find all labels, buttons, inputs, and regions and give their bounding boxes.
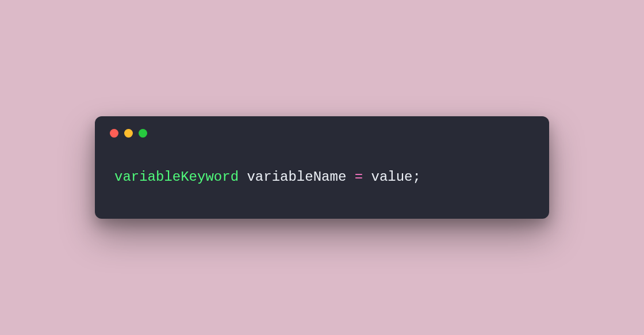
code-window: variableKeyword variableName = value; bbox=[95, 116, 549, 218]
window-titlebar bbox=[95, 116, 549, 141]
code-operator: = bbox=[355, 169, 363, 185]
code-variable-name: variableName bbox=[247, 169, 346, 185]
code-keyword: variableKeyword bbox=[114, 169, 239, 185]
code-value: value bbox=[371, 169, 413, 185]
maximize-icon[interactable] bbox=[139, 129, 147, 138]
code-body: variableKeyword variableName = value; bbox=[95, 141, 549, 218]
close-icon[interactable] bbox=[110, 129, 118, 138]
minimize-icon[interactable] bbox=[124, 129, 133, 138]
code-terminator: ; bbox=[413, 169, 421, 185]
